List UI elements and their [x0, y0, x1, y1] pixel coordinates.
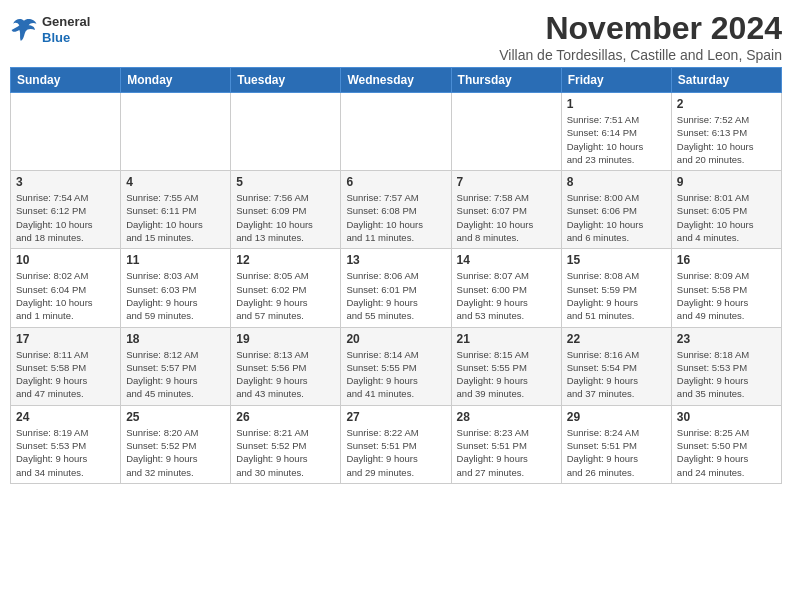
day-number: 21 — [457, 332, 556, 346]
calendar-cell: 18Sunrise: 8:12 AM Sunset: 5:57 PM Dayli… — [121, 327, 231, 405]
day-number: 8 — [567, 175, 666, 189]
day-number: 3 — [16, 175, 115, 189]
calendar-cell: 8Sunrise: 8:00 AM Sunset: 6:06 PM Daylig… — [561, 171, 671, 249]
logo: General Blue — [10, 14, 90, 45]
day-number: 28 — [457, 410, 556, 424]
calendar-cell: 10Sunrise: 8:02 AM Sunset: 6:04 PM Dayli… — [11, 249, 121, 327]
calendar-cell: 12Sunrise: 8:05 AM Sunset: 6:02 PM Dayli… — [231, 249, 341, 327]
day-info: Sunrise: 8:12 AM Sunset: 5:57 PM Dayligh… — [126, 348, 225, 401]
day-number: 30 — [677, 410, 776, 424]
day-number: 12 — [236, 253, 335, 267]
weekday-header: Saturday — [671, 68, 781, 93]
calendar-cell: 26Sunrise: 8:21 AM Sunset: 5:52 PM Dayli… — [231, 405, 341, 483]
logo-bird-icon — [10, 16, 38, 44]
calendar-cell: 11Sunrise: 8:03 AM Sunset: 6:03 PM Dayli… — [121, 249, 231, 327]
calendar-week-row: 17Sunrise: 8:11 AM Sunset: 5:58 PM Dayli… — [11, 327, 782, 405]
calendar-cell: 16Sunrise: 8:09 AM Sunset: 5:58 PM Dayli… — [671, 249, 781, 327]
day-number: 17 — [16, 332, 115, 346]
calendar-cell: 22Sunrise: 8:16 AM Sunset: 5:54 PM Dayli… — [561, 327, 671, 405]
day-info: Sunrise: 8:16 AM Sunset: 5:54 PM Dayligh… — [567, 348, 666, 401]
day-info: Sunrise: 8:07 AM Sunset: 6:00 PM Dayligh… — [457, 269, 556, 322]
day-info: Sunrise: 8:03 AM Sunset: 6:03 PM Dayligh… — [126, 269, 225, 322]
day-number: 6 — [346, 175, 445, 189]
day-number: 20 — [346, 332, 445, 346]
calendar-cell: 14Sunrise: 8:07 AM Sunset: 6:00 PM Dayli… — [451, 249, 561, 327]
day-info: Sunrise: 8:19 AM Sunset: 5:53 PM Dayligh… — [16, 426, 115, 479]
day-info: Sunrise: 7:56 AM Sunset: 6:09 PM Dayligh… — [236, 191, 335, 244]
calendar-cell: 9Sunrise: 8:01 AM Sunset: 6:05 PM Daylig… — [671, 171, 781, 249]
day-info: Sunrise: 8:22 AM Sunset: 5:51 PM Dayligh… — [346, 426, 445, 479]
calendar-cell: 29Sunrise: 8:24 AM Sunset: 5:51 PM Dayli… — [561, 405, 671, 483]
calendar-cell: 25Sunrise: 8:20 AM Sunset: 5:52 PM Dayli… — [121, 405, 231, 483]
calendar-cell: 20Sunrise: 8:14 AM Sunset: 5:55 PM Dayli… — [341, 327, 451, 405]
calendar-cell: 17Sunrise: 8:11 AM Sunset: 5:58 PM Dayli… — [11, 327, 121, 405]
day-info: Sunrise: 8:11 AM Sunset: 5:58 PM Dayligh… — [16, 348, 115, 401]
calendar-cell: 24Sunrise: 8:19 AM Sunset: 5:53 PM Dayli… — [11, 405, 121, 483]
day-number: 16 — [677, 253, 776, 267]
day-info: Sunrise: 7:57 AM Sunset: 6:08 PM Dayligh… — [346, 191, 445, 244]
calendar-cell: 3Sunrise: 7:54 AM Sunset: 6:12 PM Daylig… — [11, 171, 121, 249]
calendar-cell: 28Sunrise: 8:23 AM Sunset: 5:51 PM Dayli… — [451, 405, 561, 483]
day-number: 19 — [236, 332, 335, 346]
calendar-header-row: SundayMondayTuesdayWednesdayThursdayFrid… — [11, 68, 782, 93]
day-info: Sunrise: 8:14 AM Sunset: 5:55 PM Dayligh… — [346, 348, 445, 401]
calendar-cell: 2Sunrise: 7:52 AM Sunset: 6:13 PM Daylig… — [671, 93, 781, 171]
day-info: Sunrise: 8:25 AM Sunset: 5:50 PM Dayligh… — [677, 426, 776, 479]
day-number: 25 — [126, 410, 225, 424]
header: General Blue November 2024 Villan de Tor… — [10, 10, 782, 63]
logo-text: General Blue — [42, 14, 90, 45]
day-number: 9 — [677, 175, 776, 189]
day-info: Sunrise: 8:06 AM Sunset: 6:01 PM Dayligh… — [346, 269, 445, 322]
calendar-week-row: 10Sunrise: 8:02 AM Sunset: 6:04 PM Dayli… — [11, 249, 782, 327]
location: Villan de Tordesillas, Castille and Leon… — [499, 47, 782, 63]
month-title: November 2024 — [499, 10, 782, 47]
calendar-week-row: 24Sunrise: 8:19 AM Sunset: 5:53 PM Dayli… — [11, 405, 782, 483]
day-number: 18 — [126, 332, 225, 346]
day-info: Sunrise: 8:09 AM Sunset: 5:58 PM Dayligh… — [677, 269, 776, 322]
day-number: 10 — [16, 253, 115, 267]
calendar-cell: 4Sunrise: 7:55 AM Sunset: 6:11 PM Daylig… — [121, 171, 231, 249]
day-info: Sunrise: 8:15 AM Sunset: 5:55 PM Dayligh… — [457, 348, 556, 401]
calendar-cell: 6Sunrise: 7:57 AM Sunset: 6:08 PM Daylig… — [341, 171, 451, 249]
day-number: 14 — [457, 253, 556, 267]
day-info: Sunrise: 8:23 AM Sunset: 5:51 PM Dayligh… — [457, 426, 556, 479]
day-number: 1 — [567, 97, 666, 111]
day-info: Sunrise: 7:52 AM Sunset: 6:13 PM Dayligh… — [677, 113, 776, 166]
day-info: Sunrise: 8:01 AM Sunset: 6:05 PM Dayligh… — [677, 191, 776, 244]
day-number: 29 — [567, 410, 666, 424]
day-number: 26 — [236, 410, 335, 424]
day-info: Sunrise: 8:18 AM Sunset: 5:53 PM Dayligh… — [677, 348, 776, 401]
day-info: Sunrise: 8:13 AM Sunset: 5:56 PM Dayligh… — [236, 348, 335, 401]
day-number: 27 — [346, 410, 445, 424]
day-info: Sunrise: 8:05 AM Sunset: 6:02 PM Dayligh… — [236, 269, 335, 322]
day-info: Sunrise: 7:55 AM Sunset: 6:11 PM Dayligh… — [126, 191, 225, 244]
day-info: Sunrise: 7:54 AM Sunset: 6:12 PM Dayligh… — [16, 191, 115, 244]
day-number: 15 — [567, 253, 666, 267]
weekday-header: Friday — [561, 68, 671, 93]
day-number: 2 — [677, 97, 776, 111]
day-info: Sunrise: 7:51 AM Sunset: 6:14 PM Dayligh… — [567, 113, 666, 166]
calendar-cell — [341, 93, 451, 171]
weekday-header: Sunday — [11, 68, 121, 93]
day-number: 24 — [16, 410, 115, 424]
title-area: November 2024 Villan de Tordesillas, Cas… — [499, 10, 782, 63]
weekday-header: Monday — [121, 68, 231, 93]
day-number: 7 — [457, 175, 556, 189]
calendar-cell — [121, 93, 231, 171]
day-info: Sunrise: 8:20 AM Sunset: 5:52 PM Dayligh… — [126, 426, 225, 479]
calendar-cell: 23Sunrise: 8:18 AM Sunset: 5:53 PM Dayli… — [671, 327, 781, 405]
calendar-cell — [11, 93, 121, 171]
day-info: Sunrise: 8:08 AM Sunset: 5:59 PM Dayligh… — [567, 269, 666, 322]
day-number: 4 — [126, 175, 225, 189]
day-info: Sunrise: 8:24 AM Sunset: 5:51 PM Dayligh… — [567, 426, 666, 479]
day-number: 13 — [346, 253, 445, 267]
calendar-week-row: 3Sunrise: 7:54 AM Sunset: 6:12 PM Daylig… — [11, 171, 782, 249]
calendar-cell: 21Sunrise: 8:15 AM Sunset: 5:55 PM Dayli… — [451, 327, 561, 405]
calendar-cell: 7Sunrise: 7:58 AM Sunset: 6:07 PM Daylig… — [451, 171, 561, 249]
weekday-header: Wednesday — [341, 68, 451, 93]
calendar-cell: 1Sunrise: 7:51 AM Sunset: 6:14 PM Daylig… — [561, 93, 671, 171]
day-info: Sunrise: 8:00 AM Sunset: 6:06 PM Dayligh… — [567, 191, 666, 244]
calendar-cell — [451, 93, 561, 171]
calendar-cell — [231, 93, 341, 171]
day-info: Sunrise: 7:58 AM Sunset: 6:07 PM Dayligh… — [457, 191, 556, 244]
